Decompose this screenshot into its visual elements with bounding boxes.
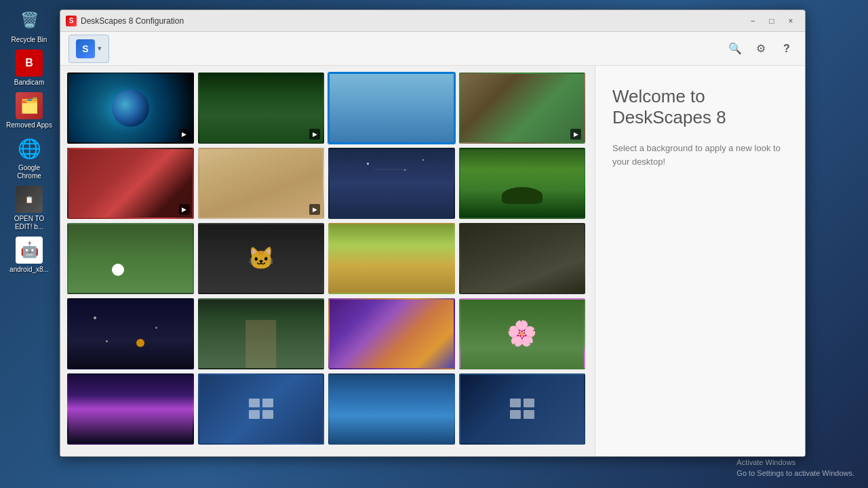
gallery-grid: ▶ ▶ ▶ ▶ ▶ [67,73,588,445]
close-button[interactable]: × [782,14,800,28]
activate-line1: Activate Windows [736,458,854,468]
gallery-item-floating-island[interactable] [459,148,586,219]
chrome-label: Google Chrome [5,164,53,180]
desktop-icon-chrome[interactable]: 🌐 Google Chrome [5,135,53,180]
desktop-icon-bandicam[interactable]: B Bandicam [5,49,53,87]
gallery-item-space-dots[interactable] [67,298,194,369]
desktop-icon-removed-apps[interactable]: 🗂️ Removed Apps [5,92,53,129]
gallery-item-sand-waves[interactable]: ▶ [198,148,325,219]
bandicam-label: Bandicam [14,79,44,87]
gallery-item-golf[interactable] [67,223,194,294]
gallery-item-win10-blue1[interactable] [198,373,325,445]
right-panel: Welcome to DeskScapes 8 Select a backgro… [595,66,805,456]
app-logo: S [76,39,95,58]
gallery-item-music-wave[interactable] [67,373,194,445]
window-controls: − □ × [744,14,800,28]
dropdown-arrow-icon: ▾ [98,44,102,53]
settings-icon: ⚙ [756,42,766,55]
toolbar: S ▾ 🔍 ⚙ ? [60,32,805,66]
recycle-bin-label: Recycle Bin [12,36,47,44]
gallery-item-tree-bark[interactable]: ▶ [459,73,586,144]
minimize-button[interactable]: − [744,14,762,28]
gallery-item-wheat-field[interactable] [328,223,455,294]
removed-apps-label: Removed Apps [6,121,52,129]
gallery-item-blue-sky[interactable] [328,73,455,144]
desktop-icon-android[interactable]: 🤖 android_x8... [5,237,53,274]
recycle-bin-icon: 🗑️ [16,7,43,34]
gallery-item-grass-dark[interactable]: ▶ [198,73,325,144]
gallery-item-dark-field[interactable] [459,223,586,294]
removed-apps-icon: 🗂️ [16,92,43,119]
title-bar: S DeskScapes 8 Configuration − □ × [60,10,805,32]
welcome-description: Select a background to apply a new look … [612,142,788,168]
search-icon: 🔍 [728,42,742,55]
gallery-item-earth[interactable]: ▶ [67,73,194,144]
edit-icon: 📋 [16,186,43,213]
app-icon: S [66,16,77,26]
edit-label: OPEN TO EDIT! b... [5,215,53,231]
gallery-item-win10-underwater[interactable] [328,373,455,445]
gallery-item-forest-path[interactable] [198,298,325,369]
gallery-item-aurora[interactable] [328,298,455,369]
help-icon: ? [783,43,790,55]
desktop-icons-container: 🗑️ Recycle Bin B Bandicam 🗂️ Removed App… [5,7,53,274]
app-menu-button[interactable]: S ▾ [68,35,109,63]
android-label: android_x8... [9,266,49,274]
gallery-item-black-cat[interactable]: 🐱 [198,223,325,294]
main-content: ▶ ▶ ▶ ▶ ▶ [60,66,805,456]
help-button[interactable]: ? [776,39,797,59]
gallery-panel[interactable]: ▶ ▶ ▶ ▶ ▶ [60,66,595,456]
search-button[interactable]: 🔍 [725,39,745,59]
desktop-icon-edit[interactable]: 📋 OPEN TO EDIT! b... [5,186,53,231]
maximize-button[interactable]: □ [763,14,781,28]
android-icon: 🤖 [16,237,43,264]
activate-windows-watermark: Activate Windows Go to Settings to activ… [736,458,854,479]
chrome-icon: 🌐 [16,135,43,162]
desktop-icon-recycle-bin[interactable]: 🗑️ Recycle Bin [5,7,53,44]
title-bar-text: DeskScapes 8 Configuration [81,16,744,26]
gallery-item-flower[interactable]: 🌸 [459,298,586,369]
bandicam-icon: B [16,49,43,77]
gallery-item-win10-blue2[interactable] [459,373,586,445]
gallery-item-night-stars[interactable] [328,148,455,219]
app-window: S DeskScapes 8 Configuration − □ × S ▾ 🔍… [60,9,806,457]
activate-line2: Go to Settings to activate Windows. [736,468,854,479]
settings-button[interactable]: ⚙ [751,39,771,59]
gallery-item-red-car[interactable]: ▶ [67,148,194,219]
toolbar-right: 🔍 ⚙ ? [725,39,797,59]
welcome-title: Welcome to DeskScapes 8 [612,86,788,128]
